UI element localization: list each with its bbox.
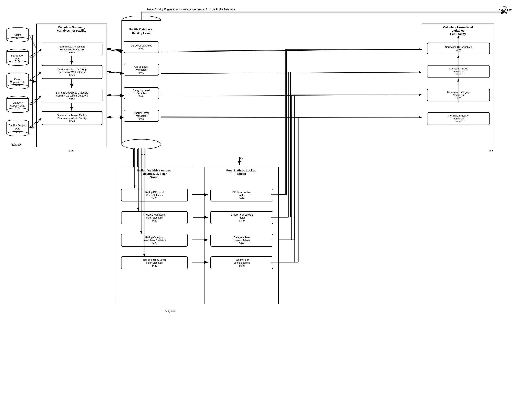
- rollup-642b-label: Rollup Group LevelPeer Statistics642b: [143, 213, 165, 222]
- svg-line-23: [159, 117, 426, 117]
- calc-summary-ref: 634: [69, 149, 73, 152]
- svg-text:626b: 626b: [15, 83, 21, 86]
- facility-support-cylinder: Facility Support Data 626d: [6, 120, 29, 136]
- profile-db-cylinder: Profile Database: Facility Level DE Leve…: [121, 16, 162, 150]
- peer-644a: DE Peer LookupTables644a: [210, 189, 273, 201]
- summary-634b-label: Summarize Across GroupSummarize Within G…: [58, 68, 87, 77]
- svg-rect-83: [122, 21, 161, 144]
- db-646a-label: DE Level Variables646a: [131, 44, 152, 50]
- normalized-652b-label: Normalize GroupVariables652b: [449, 67, 468, 76]
- svg-line-110: [161, 50, 422, 51]
- peer-644d-label: Facility PeerLookup Tables644d: [234, 258, 250, 267]
- peer-stats-title: Peer Statistic Lookup Tables: [204, 167, 278, 177]
- group-support-cylinder: Group Support Data 626b: [6, 73, 29, 89]
- normalized-652d: Normalize FacilityVariables652d: [427, 112, 490, 125]
- peer-644b: Group Peer LookupTables644b: [210, 211, 273, 224]
- db-646a: DE Level Variables646a: [124, 41, 159, 53]
- normalized-652a-label: Normalize DE Variables652a: [445, 45, 472, 51]
- normalized-652a: Normalize DE Variables652a: [427, 43, 490, 54]
- de-support-cylinder: DE Support Data 626a: [6, 49, 29, 66]
- peer-644c: Category PeerLookup Tables644c: [210, 234, 273, 247]
- rollup-642b: Rollup Group LevelPeer Statistics642b: [121, 211, 188, 224]
- profile-db-ref: 646: [141, 153, 146, 156]
- svg-text:626a: 626a: [15, 60, 21, 63]
- facility-support-svg: Facility Support Data 626d: [6, 120, 29, 136]
- normalized-652c: Normalize CategoryVariables652c: [427, 89, 490, 102]
- svg-text:Data: Data: [15, 127, 20, 130]
- profile-db-svg: Profile Database: Facility Level: [121, 16, 162, 149]
- db-646b-label: Group LevelVariables646b: [134, 65, 148, 74]
- svg-text:Facility Level: Facility Level: [132, 32, 150, 35]
- rollup-642d-label: Rollup Facility LevelPeer Statistics642d: [143, 258, 166, 267]
- peer-stats-box: Peer Statistic Lookup Tables DE Peer Loo…: [204, 167, 279, 304]
- svg-line-113: [161, 117, 422, 118]
- svg-text:Facility Support: Facility Support: [9, 124, 26, 127]
- claim-cylinder: Claim 624: [6, 27, 29, 42]
- peer-stats-ref-644: 644: [239, 157, 244, 160]
- svg-line-22: [159, 95, 426, 95]
- rollup-642c-label: Rollup CategoryLevel Peer Statistics642c: [143, 236, 166, 245]
- summary-634a-label: Summarize Across DESummarize Within DE63…: [59, 45, 85, 54]
- svg-text:624: 624: [16, 36, 20, 39]
- rollup-642c: Rollup CategoryLevel Peer Statistics642c: [121, 234, 188, 247]
- summary-634d-label: Summarize Across FacilitySummarize Withi…: [57, 114, 87, 123]
- svg-text:Support Data: Support Data: [10, 104, 25, 107]
- calc-normalized-box: Calculate Normalized Variables Per Facil…: [422, 24, 494, 147]
- input-group-label: 624, 626: [12, 143, 22, 146]
- peer-644a-label: DE Peer LookupTables644a: [232, 191, 251, 199]
- rollup-title: Rollup Variables Across Facilities, By P…: [116, 167, 192, 180]
- svg-text:DE Support: DE Support: [11, 54, 24, 57]
- svg-line-2: [29, 35, 36, 49]
- svg-line-20: [159, 49, 426, 52]
- rollup-642a: Rollup DE LevelPeer Statistics642a: [121, 189, 188, 201]
- summary-634c-label: Summarize Across CategorySummarize Withi…: [56, 91, 88, 100]
- top-arrow-label: Model Scoring Engine extracts variables …: [147, 8, 235, 11]
- diagram-container: Claim 624 DE Support Data 626a Group Sup…: [0, 0, 524, 420]
- db-646d-label: Facility LevelVariables646d: [134, 111, 148, 120]
- rollup-642d: Rollup Facility LevelPeer Statistics642d: [121, 256, 188, 269]
- normalized-652d-label: Normalize FacilityVariables652d: [448, 114, 469, 123]
- calc-normalized-ref: 652: [489, 149, 493, 152]
- peer-644d: Facility PeerLookup Tables644d: [210, 256, 273, 269]
- group-support-svg: Group Support Data 626b: [6, 73, 29, 89]
- db-646c: Category LevelVariables646c: [124, 87, 159, 99]
- peer-644c-label: Category PeerLookup Tables644c: [234, 236, 250, 245]
- svg-line-21: [159, 72, 426, 74]
- de-support-svg: DE Support Data 626a: [6, 49, 29, 66]
- svg-text:Profile Database:: Profile Database:: [129, 28, 153, 31]
- svg-text:Claim: Claim: [14, 33, 21, 36]
- svg-text:Group: Group: [14, 78, 21, 81]
- calc-normalized-title: Calculate Normalized Variables Per Facil…: [422, 24, 494, 37]
- svg-text:626d: 626d: [15, 130, 21, 133]
- svg-text:Support Data: Support Data: [10, 81, 25, 84]
- summary-634d: Summarize Across FacilitySummarize Withi…: [42, 111, 103, 125]
- normalized-652b: Normalize GroupVariables652b: [427, 65, 490, 78]
- category-support-cylinder: Category Support Data 626c: [6, 96, 29, 113]
- db-646c-label: Category LevelVariables646c: [133, 89, 150, 98]
- claim-cylinder-svg: Claim 624: [6, 27, 29, 42]
- calc-summary-title: Calculate Summary Variables Per Facility: [37, 24, 106, 34]
- normalized-652c-label: Normalize CategoryVariables652c: [447, 91, 470, 99]
- calc-summary-box: Calculate Summary Variables Per Facility…: [36, 24, 107, 147]
- svg-line-111: [161, 72, 422, 74]
- category-support-svg: Category Support Data 626c: [6, 96, 29, 113]
- summary-634c: Summarize Across CategorySummarize Withi…: [42, 89, 103, 103]
- svg-text:Category: Category: [13, 101, 23, 104]
- to-database-label: TO DATABASE 672: [498, 6, 512, 15]
- rollup-642a-label: Rollup DE LevelPeer Statistics642a: [145, 191, 164, 199]
- svg-text:Data: Data: [15, 57, 20, 60]
- peer-644b-label: Group Peer LookupTables644b: [231, 213, 253, 222]
- summary-634a: Summarize Across DESummarize Within DE63…: [42, 43, 103, 56]
- svg-line-112: [161, 95, 422, 96]
- db-646d: Facility LevelVariables646d: [124, 110, 159, 122]
- svg-text:626c: 626c: [15, 107, 21, 110]
- svg-point-84: [122, 139, 161, 149]
- summary-634b: Summarize Across GroupSummarize Within G…: [42, 65, 103, 79]
- rollup-box: Rollup Variables Across Facilities, By P…: [116, 167, 192, 304]
- rollup-ref: 642, 644: [165, 310, 175, 313]
- db-646b: Group LevelVariables646b: [124, 64, 159, 76]
